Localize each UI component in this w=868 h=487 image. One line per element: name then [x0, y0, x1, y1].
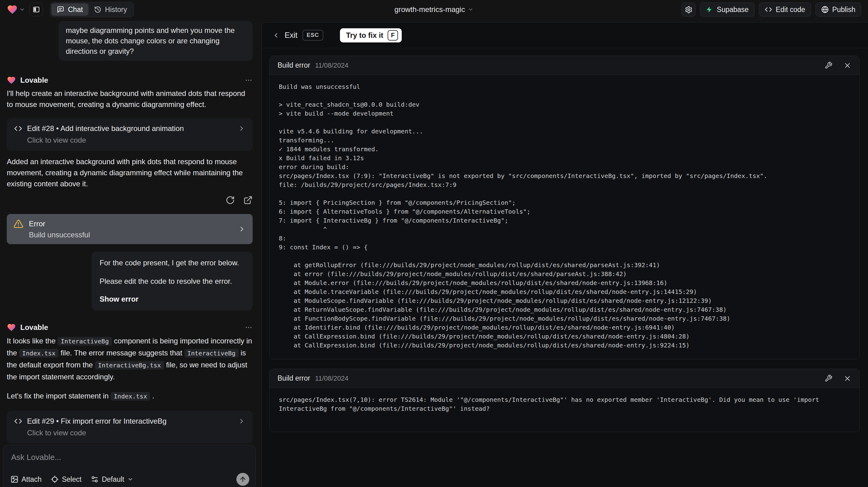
- open-preview-button[interactable]: [243, 195, 253, 205]
- close-icon: [843, 61, 851, 69]
- close-error-button[interactable]: [843, 61, 851, 69]
- edit-code-button[interactable]: Edit code: [759, 2, 811, 17]
- mode-label: Default: [102, 475, 124, 484]
- wrench-icon: [825, 374, 832, 382]
- code-icon: [14, 417, 22, 425]
- sliders-icon: [91, 475, 99, 483]
- error-log[interactable]: Build was unsuccessful > vite_react_shad…: [270, 75, 859, 359]
- assistant-message: Let's fix the import statement in Index.…: [7, 390, 253, 402]
- ellipsis-icon: [245, 324, 253, 331]
- edit-card-title: Edit #28 • Add interactive background an…: [27, 124, 184, 133]
- select-label: Select: [62, 475, 82, 484]
- settings-button[interactable]: [681, 2, 695, 17]
- tab-history-label: History: [105, 5, 127, 14]
- lovable-avatar: [7, 323, 16, 332]
- show-error-link[interactable]: Show error: [100, 294, 245, 304]
- build-error-panel-1: Build error 11/08/2024: [269, 56, 860, 359]
- user-message: For the code present, I get the error be…: [92, 251, 253, 310]
- user-message-line: For the code present, I get the error be…: [100, 257, 245, 268]
- exit-label: Exit: [285, 31, 298, 40]
- restore-button[interactable]: [226, 195, 235, 205]
- supabase-bolt-icon: [706, 6, 713, 13]
- chat-composer: Attach Select Default: [3, 445, 256, 487]
- gear-icon: [685, 6, 692, 13]
- composer-toolbar: Attach Select Default: [10, 473, 249, 486]
- edit-card-29[interactable]: Edit #29 • Fix import error for Interact…: [7, 411, 253, 443]
- try-to-fix-label: Try to fix it: [346, 31, 383, 40]
- message-menu-button[interactable]: [245, 324, 253, 331]
- publish-button[interactable]: Publish: [815, 2, 861, 17]
- error-panel-date: 11/08/2024: [315, 374, 348, 383]
- user-message: maybe diagramming points and when you mo…: [58, 21, 253, 61]
- lovable-avatar: [7, 75, 16, 85]
- inline-code: InteractiveBg: [58, 337, 112, 345]
- tab-chat-label: Chat: [68, 5, 83, 14]
- chevron-left-icon: [272, 32, 280, 39]
- history-icon: [94, 6, 101, 13]
- fix-with-ai-button[interactable]: [825, 61, 832, 69]
- external-link-icon: [243, 195, 253, 205]
- assistant-message: I'll help create an interactive backgrou…: [7, 88, 253, 110]
- attach-label: Attach: [22, 475, 41, 484]
- try-to-fix-button[interactable]: Try to fix it F: [340, 28, 402, 42]
- view-tabs: Chat History: [50, 2, 134, 17]
- f-key-badge: F: [388, 30, 398, 40]
- refresh-icon: [226, 195, 235, 205]
- supabase-label: Supabase: [717, 5, 749, 14]
- supabase-button[interactable]: Supabase: [700, 2, 754, 17]
- topbar-left: Chat History: [7, 2, 134, 17]
- close-error-button[interactable]: [843, 374, 851, 383]
- publish-label: Publish: [832, 5, 856, 14]
- edit-card-28[interactable]: Edit #28 • Add interactive background an…: [7, 118, 253, 151]
- project-name: growth-metrics-magic: [394, 5, 465, 14]
- build-error-subtitle: Build unsuccessful: [29, 231, 246, 239]
- exit-button[interactable]: Exit: [272, 31, 298, 40]
- topbar: Chat History growth-metrics-magic: [0, 0, 868, 19]
- message-menu-button[interactable]: [245, 76, 253, 84]
- error-overlay-panel: Exit ESC Try to fix it F Build error 11/…: [261, 22, 868, 487]
- error-panel-title: Build error: [278, 374, 310, 383]
- edit-card-title: Edit #29 • Fix import error for Interact…: [27, 417, 166, 426]
- build-error-header: Error: [13, 219, 246, 229]
- build-error-card[interactable]: Error Build unsuccessful: [7, 214, 253, 244]
- assistant-name: Lovable: [20, 323, 48, 332]
- user-message-text: maybe diagramming points and when you mo…: [66, 25, 245, 57]
- inline-code: Index.tsx: [19, 349, 58, 358]
- wrench-icon: [825, 61, 832, 69]
- inline-code: InteractiveBg: [184, 349, 239, 358]
- chat-input[interactable]: [11, 453, 200, 462]
- error-panel-title: Build error: [278, 61, 310, 69]
- tab-history[interactable]: History: [89, 3, 133, 16]
- assistant-name: Lovable: [20, 76, 48, 85]
- edit-card-title-row: Edit #29 • Fix import error for Interact…: [14, 417, 245, 426]
- inline-code: InteractiveBg.tsx: [95, 361, 164, 370]
- tab-chat[interactable]: Chat: [51, 3, 89, 16]
- main-area: maybe diagramming points and when you mo…: [0, 19, 868, 487]
- send-button[interactable]: [236, 473, 249, 486]
- assistant-message: Added an interactive background with pin…: [7, 156, 253, 189]
- error-log[interactable]: src/pages/Index.tsx(7,10): error TS2614:…: [270, 388, 859, 432]
- attach-button[interactable]: Attach: [10, 475, 41, 484]
- image-attach-icon: [10, 475, 19, 483]
- crosshair-select-icon: [51, 475, 59, 483]
- chevron-right-icon: [238, 125, 245, 132]
- project-switcher[interactable]: growth-metrics-magic: [394, 5, 473, 14]
- close-icon: [843, 374, 851, 383]
- error-panel-header: Build error 11/08/2024: [270, 56, 859, 75]
- chevron-right-icon: [238, 225, 246, 233]
- chevron-down-icon: [127, 476, 133, 482]
- error-panel-actions: [825, 374, 851, 383]
- edit-code-label: Edit code: [776, 5, 805, 14]
- error-panel-date: 11/08/2024: [315, 61, 348, 69]
- edit-card-title-row: Edit #28 • Add interactive background an…: [14, 124, 245, 133]
- overlay-body: Build error 11/08/2024: [262, 48, 868, 432]
- overlay-header: Exit ESC Try to fix it F: [262, 23, 868, 48]
- error-panel-actions: [825, 61, 851, 69]
- warning-triangle-icon: [13, 219, 23, 229]
- select-button[interactable]: Select: [51, 475, 82, 484]
- fix-with-ai-button[interactable]: [825, 374, 832, 382]
- mode-dropdown[interactable]: Default: [91, 475, 133, 484]
- chevron-down-icon: [19, 6, 25, 12]
- lovable-logo-menu[interactable]: [7, 4, 25, 15]
- sidebar-toggle-button[interactable]: [30, 3, 43, 16]
